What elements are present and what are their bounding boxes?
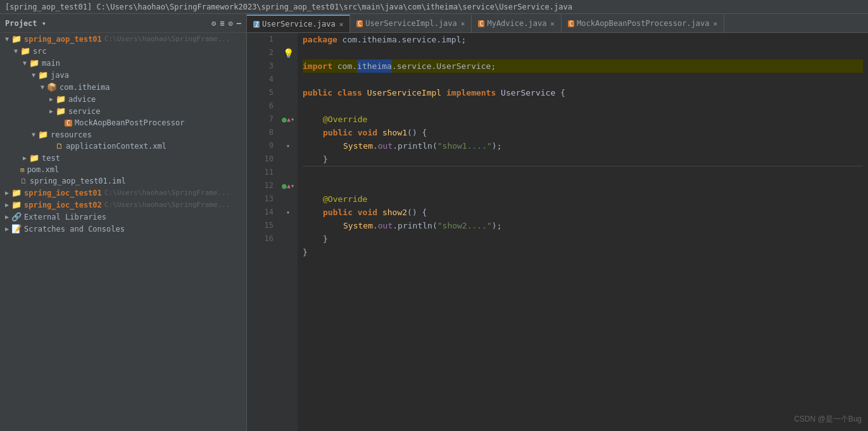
tree-item-scratches[interactable]: ▶ 📝 Scratches and Consoles bbox=[0, 223, 246, 235]
tab-label: MockAopBeanPostProcessor.java bbox=[577, 19, 710, 28]
tree-item-spring-aop-test01[interactable]: ▼ 📁 spring_aop_test01 C:\Users\haohao\Sp… bbox=[0, 33, 246, 45]
code-line-1: package com.itheima.service.impl; bbox=[303, 33, 863, 46]
tab-myadvice-java[interactable]: C MyAdvice.java ✕ bbox=[472, 15, 562, 32]
code-line-6 bbox=[303, 99, 863, 113]
gutter-1 bbox=[279, 33, 298, 46]
code-line-13: @Override bbox=[303, 192, 863, 206]
code-line-16: } bbox=[303, 232, 863, 246]
gutter-8 bbox=[279, 126, 298, 139]
code-line-9: System.out.println("show1...."); bbox=[303, 139, 863, 153]
tab-mockaopbeanpostprocessor-java[interactable]: C MockAopBeanPostProcessor.java ✕ bbox=[562, 15, 724, 32]
tree-item-resources[interactable]: ▼ 📁 resources bbox=[0, 128, 246, 141]
project-label: Project ▾ bbox=[5, 19, 46, 28]
gutter-10 bbox=[279, 153, 298, 166]
code-line-10: } bbox=[303, 153, 863, 166]
code-content[interactable]: package com.itheima.service.impl; import… bbox=[298, 33, 868, 431]
watermark-text: CSDN @是一个Bug bbox=[794, 415, 862, 423]
tab-icon-class2: C bbox=[478, 20, 484, 27]
tab-label: MyAdvice.java bbox=[487, 19, 546, 28]
project-tree: ▼ 📁 spring_aop_test01 C:\Users\haohao\Sp… bbox=[0, 33, 246, 235]
code-line-18 bbox=[303, 259, 863, 272]
code-line-7: @Override bbox=[303, 113, 863, 126]
breakpoint-icon-12[interactable]: ● bbox=[282, 181, 287, 191]
tree-item-test[interactable]: ▶ 📁 test bbox=[0, 152, 246, 164]
code-line-2 bbox=[303, 46, 863, 59]
gutter-5 bbox=[279, 86, 298, 99]
tab-label: UserServiceImpl.java bbox=[365, 19, 457, 28]
tab-bar: I UserService.java ✕ C UserServiceImpl.j… bbox=[247, 14, 868, 33]
gutter-12: ● ▲ ▾ bbox=[279, 179, 298, 192]
sidebar-header: Project ▾ ⚙ ≡ ⚙ – bbox=[0, 14, 246, 33]
tab-label: UserService.java bbox=[262, 20, 336, 28]
code-line-8: public void show1() { bbox=[303, 126, 863, 139]
main-layout: Project ▾ ⚙ ≡ ⚙ – ▼ 📁 spring_aop_test01 … bbox=[0, 14, 868, 431]
gutter-6 bbox=[279, 99, 298, 113]
gutter-7: ● ▲ ▾ bbox=[279, 113, 298, 126]
sidebar: Project ▾ ⚙ ≡ ⚙ – ▼ 📁 spring_aop_test01 … bbox=[0, 14, 247, 431]
gear-icon[interactable]: ⚙ bbox=[229, 19, 233, 28]
tree-item-spring-ioc-test02[interactable]: ▶ 📁 spring_ioc_test02 C:\Users\haohao\Sp… bbox=[0, 199, 246, 211]
tree-item-pom-xml[interactable]: m pom.xml bbox=[0, 164, 246, 175]
line-numbers: 1 2 3 4 5 6 7 8 9 10 11 12 13 14 15 16 bbox=[247, 33, 279, 431]
breakpoint-icon-7[interactable]: ● bbox=[282, 115, 287, 124]
tab-icon-class3: C bbox=[568, 20, 574, 27]
fold-icon-12[interactable]: ▾ bbox=[291, 182, 294, 189]
gutter-14: ▾ bbox=[279, 206, 298, 219]
tree-item-com-itheima[interactable]: ▼ 📦 com.itheima bbox=[0, 81, 246, 93]
code-line-11 bbox=[303, 166, 863, 179]
code-line-15: System.out.println("show2...."); bbox=[303, 219, 863, 232]
gutter-13 bbox=[279, 192, 298, 206]
code-line-3: import com.itheima.service.UserService; bbox=[303, 59, 863, 73]
tab-userservice-java[interactable]: I UserService.java ✕ bbox=[247, 15, 350, 32]
minimize-icon[interactable]: – bbox=[237, 19, 241, 28]
tree-item-iml[interactable]: 🗋 spring_aop_test01.iml bbox=[0, 175, 246, 187]
watermark: CSDN @是一个Bug bbox=[794, 414, 862, 425]
tree-item-external-libraries[interactable]: ▶ 🔗 External Libraries bbox=[0, 211, 246, 223]
code-line-12 bbox=[303, 179, 863, 192]
code-line-14: public void show2() { bbox=[303, 206, 863, 219]
gutter-2: 💡 bbox=[279, 46, 298, 59]
code-line-4 bbox=[303, 73, 863, 86]
bulb-icon[interactable]: 💡 bbox=[283, 48, 294, 58]
tree-item-app-context-xml[interactable]: 🗋 applicationContext.xml bbox=[0, 141, 246, 152]
settings-icon[interactable]: ⚙ bbox=[211, 19, 216, 28]
tab-close-mockaop[interactable]: ✕ bbox=[714, 20, 718, 28]
tree-item-mock-aop[interactable]: C MockAopBeanPostProcessor bbox=[0, 117, 246, 128]
title-bar: [spring_aop_test01] C:\Users\haohao\Spri… bbox=[0, 0, 868, 14]
tree-item-java[interactable]: ▼ 📁 java bbox=[0, 69, 246, 81]
fold-icon-7[interactable]: ▾ bbox=[291, 116, 294, 123]
title-text: [spring_aop_test01] C:\Users\haohao\Spri… bbox=[5, 3, 572, 11]
sidebar-toolbar: ⚙ ≡ ⚙ – bbox=[211, 19, 241, 28]
collapse-icon[interactable]: ≡ bbox=[220, 19, 224, 28]
gutter-16 bbox=[279, 232, 298, 246]
gutter: 💡 ● ▲ ▾ ▾ ● ▲ ▾ bbox=[279, 33, 298, 431]
gutter-3 bbox=[279, 59, 298, 73]
tree-item-service[interactable]: ▶ 📁 service bbox=[0, 105, 246, 117]
tree-item-advice[interactable]: ▶ 📁 advice bbox=[0, 93, 246, 105]
tree-item-src[interactable]: ▼ 📁 src bbox=[0, 45, 246, 57]
fold-icon-9[interactable]: ▾ bbox=[286, 142, 290, 149]
tab-close-userservice[interactable]: ✕ bbox=[339, 20, 344, 28]
editor-area: I UserService.java ✕ C UserServiceImpl.j… bbox=[247, 14, 868, 431]
tab-icon-interface: I bbox=[253, 21, 260, 28]
gutter-15 bbox=[279, 219, 298, 232]
code-editor: 1 2 3 4 5 6 7 8 9 10 11 12 13 14 15 16 bbox=[247, 33, 868, 431]
gutter-4 bbox=[279, 73, 298, 86]
fold-icon-14[interactable]: ▾ bbox=[286, 209, 290, 216]
tree-item-main[interactable]: ▼ 📁 main bbox=[0, 57, 246, 69]
gutter-9: ▾ bbox=[279, 139, 298, 153]
tree-item-spring-ioc-test01[interactable]: ▶ 📁 spring_ioc_test01 C:\Users\haohao\Sp… bbox=[0, 187, 246, 199]
gutter-11 bbox=[279, 166, 298, 179]
tab-icon-class1: C bbox=[356, 20, 363, 27]
code-line-5: public class UserServiceImpl implements … bbox=[303, 86, 863, 99]
tab-close-myadvice[interactable]: ✕ bbox=[550, 20, 555, 28]
tab-close-userserviceimpl[interactable]: ✕ bbox=[461, 20, 465, 28]
code-line-17: } bbox=[303, 246, 863, 259]
tab-userserviceimpl-java[interactable]: C UserServiceImpl.java ✕ bbox=[350, 15, 472, 32]
